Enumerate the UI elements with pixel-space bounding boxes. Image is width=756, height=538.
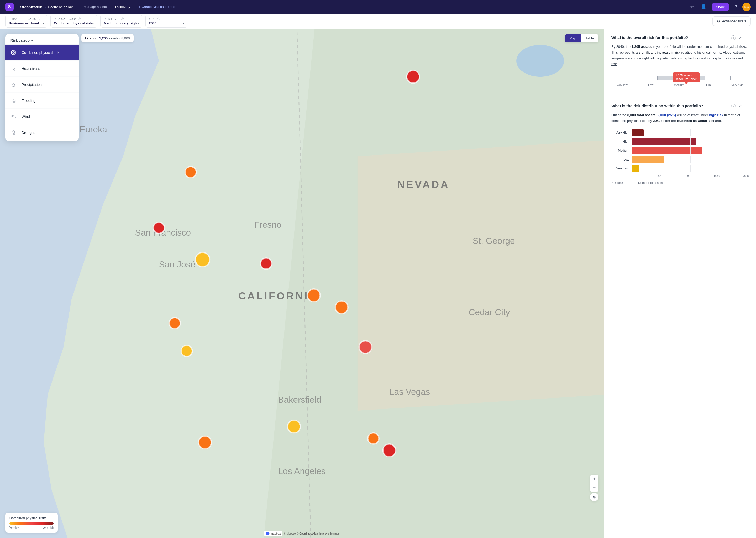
bar-label: High — [611, 140, 629, 143]
table-toggle-button[interactable]: Table — [581, 34, 598, 42]
legend-low-label: Very low — [10, 526, 20, 529]
risk-item-precipitation[interactable]: Precipitation — [5, 77, 79, 93]
grid-line-2 — [690, 129, 691, 136]
axis-label: 500 — [657, 175, 661, 178]
bar-label: Very High — [611, 131, 629, 134]
grid-line-4 — [749, 156, 749, 163]
app-logo: S — [5, 3, 14, 11]
axis-label: 1000 — [684, 175, 690, 178]
bar-fill — [632, 138, 696, 145]
risk-item-flooding[interactable]: Flooding — [5, 93, 79, 109]
share-panel-button[interactable]: ⤢ — [738, 35, 742, 40]
svg-point-38 — [13, 51, 15, 54]
climate-scenario-value: Business as Usual ▾ — [9, 21, 44, 25]
grid-line-4 — [749, 138, 749, 145]
zoom-out-button[interactable]: − — [590, 483, 598, 492]
discovery-link[interactable]: Discovery — [111, 3, 134, 11]
svg-text:Las Vegas: Las Vegas — [389, 387, 430, 397]
share-panel-button-2[interactable]: ⤢ — [738, 103, 742, 108]
svg-point-24 — [153, 222, 164, 233]
boxplot: 1,205 assets Medium Risk — [611, 75, 749, 86]
map-svg: NEVADA CALIFORNIA Las Vegas Fresno Baker… — [0, 29, 604, 538]
right-panel: What is the overall risk for this portfo… — [604, 29, 756, 538]
advanced-filters-label: Advanced filters — [722, 19, 746, 23]
svg-text:Eureka: Eureka — [79, 125, 107, 134]
heat-label: Heat stress — [22, 67, 40, 71]
zoom-controls: + − ⊕ — [590, 475, 598, 501]
grid-line-2 — [690, 147, 691, 154]
risk-category-value: Combined physical risk ▾ — [54, 21, 94, 25]
axis-low: Low — [648, 83, 653, 86]
compass-button[interactable]: ⊕ — [590, 493, 598, 501]
svg-point-22 — [406, 71, 419, 83]
info-button-2[interactable]: i — [731, 103, 736, 108]
info-icon: ⓘ — [158, 17, 161, 21]
bar-row: High — [611, 138, 749, 145]
svg-point-27 — [307, 289, 320, 301]
risk-item-combined[interactable]: Combined physical risk — [5, 45, 79, 61]
filtering-label: Filtering: — [85, 36, 98, 40]
svg-point-23 — [185, 167, 196, 178]
map-legend: Combined physical risks Very low Very hi… — [5, 512, 58, 533]
star-icon-button[interactable]: ☆ — [689, 3, 695, 11]
precipitation-label: Precipitation — [22, 82, 42, 87]
overall-risk-section: What is the overall risk for this portfo… — [604, 29, 756, 97]
create-disclosure-link[interactable]: + Create Disclosure report — [134, 3, 183, 11]
overall-risk-header: What is the overall risk for this portfo… — [611, 35, 749, 40]
zoom-in-button[interactable]: + — [590, 475, 598, 483]
info-button[interactable]: i — [731, 35, 736, 40]
map-toggle-button[interactable]: Map — [565, 34, 581, 42]
svg-text:St. George: St. George — [473, 236, 515, 245]
grid-line-3 — [720, 165, 720, 172]
risk-level-filter[interactable]: RISK LEVEL ⓘ Medium to very high ▾ — [100, 15, 142, 27]
arrow-right-icon: → — [630, 181, 633, 185]
svg-point-48 — [12, 84, 15, 86]
grid-line-2 — [690, 165, 691, 172]
portfolio-name: Portfolio name — [48, 5, 73, 9]
risk-legend-item: ↑ ↑ Risk — [611, 181, 623, 185]
wind-icon — [10, 112, 18, 121]
svg-point-31 — [181, 346, 192, 356]
risk-category-filter[interactable]: RISK CATEGORY ⓘ Combined physical risk ▾ — [50, 15, 97, 27]
svg-point-36 — [199, 436, 211, 449]
bar-fill — [632, 165, 639, 172]
climate-scenario-filter[interactable]: CLIMATE SCENARIO ⓘ Business as Usual ▾ — [5, 15, 47, 27]
filtering-badge: Filtering: 1,205 assets / 8,000 — [81, 34, 134, 42]
year-filter[interactable]: YEAR ⓘ 2040 ▾ — [145, 15, 187, 27]
boxplot-whisker-right — [730, 76, 731, 80]
grid-line-1 — [661, 165, 661, 172]
info-icon-2: i — [731, 104, 736, 108]
svg-point-1 — [516, 45, 564, 77]
advanced-filters-button[interactable]: ⚙ Advanced filters — [712, 16, 751, 26]
breadcrumb: Organization › Portfolio name — [20, 5, 73, 9]
axis-very-high: Very high — [731, 83, 743, 86]
chevron-down-icon: ▾ — [137, 22, 139, 25]
chevron-down-icon: ▾ — [42, 22, 44, 25]
boxplot-whisker-left — [636, 76, 636, 80]
manage-assets-link[interactable]: Manage assets — [79, 3, 111, 11]
improve-map-link[interactable]: Improve this map — [319, 532, 340, 535]
bar-label: Medium — [611, 149, 629, 152]
svg-rect-43 — [13, 66, 14, 69]
risk-dist-title: What is the risk distribution within thi… — [611, 103, 703, 108]
risk-item-wind[interactable]: Wind — [5, 109, 79, 125]
help-icon-button[interactable]: ? — [733, 3, 738, 11]
grid-line-1 — [661, 129, 661, 136]
assets-legend-item: → → Number of assets — [630, 181, 663, 185]
bar-row: Very High — [611, 129, 749, 136]
users-icon-button[interactable]: 👤 — [699, 3, 707, 11]
info-icon: ⓘ — [78, 17, 81, 21]
more-options-button[interactable]: ⋯ — [744, 35, 749, 40]
risk-item-drought[interactable]: Drought — [5, 125, 79, 141]
panel1-actions: i ⤢ ⋯ — [731, 35, 749, 40]
svg-point-30 — [169, 318, 180, 329]
svg-point-52 — [13, 131, 15, 133]
risk-item-heat[interactable]: Heat stress — [5, 61, 79, 77]
more-options-button-2[interactable]: ⋯ — [744, 103, 749, 108]
bar-label: Very Low — [611, 167, 629, 170]
top-nav: S Organization › Portfolio name Manage a… — [0, 0, 756, 14]
axis-medium: Medium — [674, 83, 684, 86]
share-button[interactable]: Share — [712, 3, 729, 11]
svg-line-50 — [13, 86, 14, 87]
svg-text:Fresno: Fresno — [254, 220, 281, 230]
